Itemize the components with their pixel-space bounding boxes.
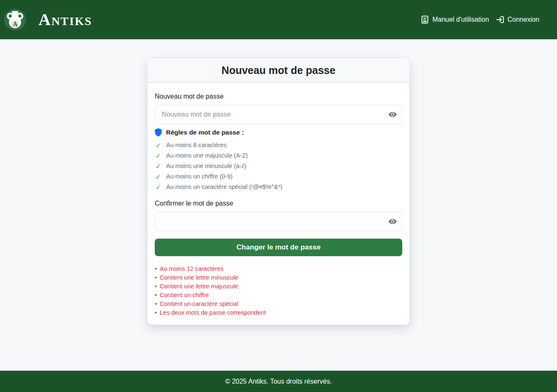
check-icon: ✓ [156,183,161,191]
check-icon: ✓ [156,162,161,170]
card-body: Nouveau mot de passe Règles de mot de pa [148,83,409,325]
password-rule-item: ✓ Au moins un chiffre (0-9) [155,171,402,182]
manual-link-label: Manuel d'utilisation [432,16,489,23]
validation-error-list: • Au moins 12 caractères • Contient une … [155,265,402,317]
shield-icon [155,128,162,137]
password-rule-text: Au moins 8 caractères [166,141,227,149]
confirm-password-label: Confirmer le mot de passe [155,200,402,207]
new-password-input[interactable] [155,105,402,124]
brand-name: Antiks [38,11,92,28]
password-rule-text: Au moins une majuscule (A-Z) [166,152,248,160]
password-rule-text: Au moins un chiffre (0-9) [166,173,233,181]
validation-error-item: • Contient une lettre minuscule [155,273,402,282]
bullet-icon: • [155,308,157,317]
bullet-icon: • [155,273,157,282]
password-card: Nouveau mot de passe Nouveau mot de pass… [148,59,409,325]
bullet-icon: • [155,265,157,273]
check-icon: ✓ [156,173,161,181]
validation-error-text: Contient un chiffre [160,291,209,300]
new-password-label: Nouveau mot de passe [155,93,402,100]
validation-error-item: • Contient un chiffre [155,291,402,300]
book-icon [421,15,429,24]
validation-error-item: • Au moins 12 caractères [155,265,402,273]
manual-link[interactable]: Manuel d'utilisation [421,15,489,24]
app-footer: © 2025 Antiks. Tous droits réservés. [0,371,557,392]
validation-error-item: • Contient un caractère spécial [155,300,402,308]
validation-error-text: Contient une lettre minuscule [160,273,238,282]
password-rules-list: ✓ Au moins 8 caractères ✓ Au moins une m… [155,140,402,192]
login-icon [496,15,504,24]
confirm-password-input[interactable] [155,212,402,231]
connexion-link-label: Connexion [508,16,540,23]
bullet-icon: • [155,282,157,291]
toggle-confirm-password-visibility-button[interactable] [386,214,400,229]
validation-error-text: Contient une lettre majuscule [160,282,238,291]
main-area: Nouveau mot de passe Nouveau mot de pass… [0,39,557,371]
confirm-password-group [155,212,402,231]
password-rule-item: ✓ Au moins une minuscule (a-z) [155,161,402,171]
amphora-logo-icon: A [4,9,26,31]
copyright-text: © 2025 Antiks. Tous droits réservés. [225,378,332,385]
page-title: Nouveau mot de passe [222,64,335,76]
logo-letter: A [13,20,18,28]
validation-error-item: • Contient une lettre majuscule [155,282,402,291]
change-password-button[interactable]: Changer le mot de passe [155,239,402,256]
check-icon: ✓ [156,141,161,149]
password-rule-item: ✓ Au moins une majuscule (A-Z) [155,150,402,161]
validation-error-text: Les deux mots de passe correspondent [160,308,266,317]
password-rule-text: Au moins une minuscule (a-z) [166,162,247,170]
password-rule-item: ✓ Au moins un caractère spécial (!@#$%^&… [155,182,402,192]
validation-error-text: Au moins 12 caractères [160,265,223,273]
brand[interactable]: A Antiks [4,9,92,31]
toggle-new-password-visibility-button[interactable] [386,107,400,122]
validation-error-text: Contient un caractère spécial [160,300,238,308]
connexion-link[interactable]: Connexion [496,15,540,24]
check-icon: ✓ [156,152,161,160]
app-header: A Antiks Manuel d'utilisation Connexion [0,0,557,39]
rules-title: Règles de mot de passe : [166,129,244,136]
password-rule-text: Au moins un caractère spécial (!@#$%^&*) [166,183,283,191]
card-header: Nouveau mot de passe [148,59,409,83]
rules-header: Règles de mot de passe : [155,128,402,137]
bullet-icon: • [155,300,157,308]
header-nav: Manuel d'utilisation Connexion [421,15,539,24]
eye-icon [388,110,397,119]
eye-icon [388,217,397,226]
validation-error-item: • Les deux mots de passe correspondent [155,308,402,317]
new-password-group [155,105,402,124]
bullet-icon: • [155,291,157,300]
password-rule-item: ✓ Au moins 8 caractères [155,140,402,150]
